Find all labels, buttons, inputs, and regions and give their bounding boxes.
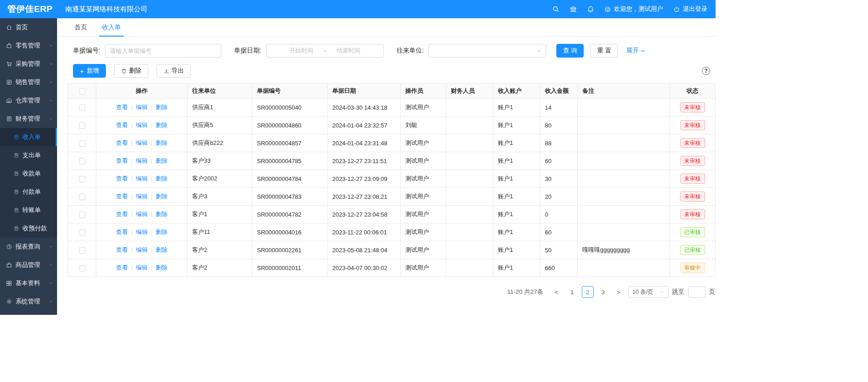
- delete-link[interactable]: 删除: [156, 175, 167, 182]
- cell-operator: 测试用户: [401, 259, 446, 277]
- welcome-user[interactable]: 欢迎您，测试用户: [604, 5, 663, 13]
- delete-link[interactable]: 删除: [156, 211, 167, 218]
- cell-date: 2023-04-07 00:30:02: [328, 259, 401, 277]
- sidebar-item-basic[interactable]: 基本资料: [0, 274, 57, 292]
- cell-account: 账户1: [493, 152, 540, 170]
- tab-income-bill[interactable]: 收入单: [94, 18, 128, 36]
- prev-page-button[interactable]: <: [551, 286, 563, 298]
- view-link[interactable]: 查看: [116, 246, 128, 253]
- edit-link[interactable]: 编辑: [136, 122, 148, 128]
- sidebar-item-income-bill[interactable]: 收入单: [0, 128, 57, 146]
- row-checkbox[interactable]: [79, 212, 85, 218]
- edit-link[interactable]: 编辑: [136, 139, 148, 146]
- row-checkbox[interactable]: [79, 158, 85, 164]
- row-checkbox[interactable]: [79, 122, 85, 129]
- next-page-button[interactable]: >: [613, 286, 625, 298]
- export-button[interactable]: 导出: [157, 64, 191, 78]
- reset-button[interactable]: 重 置: [590, 44, 618, 58]
- sidebar-item-warehouse[interactable]: 仓库管理: [0, 91, 57, 110]
- jump-page-input[interactable]: [688, 286, 706, 298]
- page-button-2[interactable]: 2: [582, 286, 594, 298]
- view-link[interactable]: 查看: [116, 193, 128, 200]
- edit-link[interactable]: 编辑: [136, 211, 148, 218]
- cell-finance-staff: [446, 259, 493, 277]
- row-checkbox[interactable]: [79, 247, 85, 254]
- status-badge: 未审核: [680, 191, 705, 202]
- delete-link[interactable]: 删除: [156, 157, 167, 164]
- unit-select[interactable]: [429, 44, 546, 58]
- logout-button[interactable]: 退出登录: [673, 5, 707, 13]
- help-icon[interactable]: ?: [702, 67, 710, 75]
- delete-link[interactable]: 删除: [156, 193, 167, 200]
- view-link[interactable]: 查看: [116, 122, 128, 128]
- delete-button[interactable]: 删除: [114, 64, 148, 78]
- edit-link[interactable]: 编辑: [136, 157, 148, 164]
- view-link[interactable]: 查看: [116, 228, 128, 235]
- edit-link[interactable]: 编辑: [136, 104, 148, 111]
- sidebar-item-transfer-bill[interactable]: 转账单: [0, 201, 57, 219]
- page-button-1[interactable]: 1: [566, 286, 578, 298]
- delete-link[interactable]: 删除: [156, 246, 167, 253]
- delete-link[interactable]: 删除: [156, 122, 167, 128]
- sidebar-item-goods[interactable]: 商品管理: [0, 256, 57, 274]
- cell-account: 账户1: [493, 241, 540, 259]
- edit-link[interactable]: 编辑: [136, 193, 148, 200]
- delete-link[interactable]: 删除: [156, 264, 167, 271]
- view-link[interactable]: 查看: [116, 175, 128, 182]
- plus-icon: +: [80, 68, 84, 74]
- bill-no-input[interactable]: [105, 44, 221, 58]
- page-button-3[interactable]: 3: [597, 286, 609, 298]
- sidebar-item-label: 仓库管理: [16, 96, 40, 105]
- sidebar-item-payment-bill[interactable]: 付款单: [0, 183, 57, 201]
- sidebar-item-sales[interactable]: 销售管理: [0, 73, 57, 91]
- bank-icon[interactable]: [570, 5, 577, 13]
- row-checkbox[interactable]: [79, 229, 85, 236]
- row-checkbox[interactable]: [79, 265, 85, 271]
- sidebar-item-purchase[interactable]: 采购管理: [0, 55, 57, 73]
- row-checkbox[interactable]: [79, 176, 85, 182]
- edit-link[interactable]: 编辑: [136, 228, 148, 235]
- sidebar-item-expense-bill[interactable]: 支出单: [0, 146, 57, 164]
- sidebar-item-advance-receipt[interactable]: 收预付款: [0, 219, 57, 238]
- view-link[interactable]: 查看: [116, 139, 128, 146]
- sidebar-item-retail[interactable]: 零售管理: [0, 37, 57, 55]
- search-icon[interactable]: [552, 5, 559, 13]
- sidebar-item-report[interactable]: 报表查询: [0, 238, 57, 256]
- search-button[interactable]: 查 询: [556, 44, 584, 58]
- sidebar-item-system[interactable]: 系统管理: [0, 292, 57, 311]
- sidebar-item-finance[interactable]: 财务管理: [0, 110, 57, 128]
- bell-icon[interactable]: [587, 5, 594, 13]
- row-checkbox[interactable]: [79, 105, 85, 111]
- cell-account: 账户1: [493, 170, 540, 188]
- view-link[interactable]: 查看: [116, 211, 128, 218]
- cell-operator: 测试用户: [401, 134, 446, 152]
- edit-link[interactable]: 编辑: [136, 175, 148, 182]
- delete-link[interactable]: 删除: [156, 139, 167, 146]
- delete-link[interactable]: 删除: [156, 228, 167, 235]
- row-checkbox[interactable]: [79, 194, 85, 200]
- sidebar-item-home[interactable]: 首页: [0, 18, 57, 37]
- cell-bill-no: SR00000004860: [252, 117, 328, 134]
- edit-link[interactable]: 编辑: [136, 264, 148, 271]
- page-size-select[interactable]: 10 条/页: [628, 286, 669, 298]
- row-checkbox[interactable]: [79, 140, 85, 147]
- view-link[interactable]: 查看: [116, 264, 128, 271]
- expand-link[interactable]: 展开: [626, 47, 645, 55]
- view-link[interactable]: 查看: [116, 104, 128, 111]
- doc-icon: [14, 134, 19, 140]
- action-separator: |: [151, 246, 152, 253]
- tab-home[interactable]: 首页: [67, 18, 94, 36]
- sidebar-item-receipt-bill[interactable]: 收款单: [0, 164, 57, 183]
- delete-link[interactable]: 删除: [156, 104, 167, 111]
- cell-date: 2023-11-22 00:06:01: [328, 223, 401, 241]
- view-link[interactable]: 查看: [116, 157, 128, 164]
- edit-link[interactable]: 编辑: [136, 246, 148, 253]
- column-header: 操作员: [401, 84, 446, 99]
- cell-status: 未审核: [670, 134, 716, 152]
- warehouse-icon: [6, 97, 12, 104]
- select-all-checkbox[interactable]: [79, 88, 85, 95]
- date-range-picker[interactable]: 开始时间 ~ 结束时间: [266, 44, 384, 58]
- cell-actions: 查看|编辑|删除: [96, 170, 188, 188]
- top-header: 管伊佳ERP 南通某某网络科技有限公司 欢迎您，测试用户: [0, 0, 716, 18]
- add-button[interactable]: + 新增: [73, 64, 106, 78]
